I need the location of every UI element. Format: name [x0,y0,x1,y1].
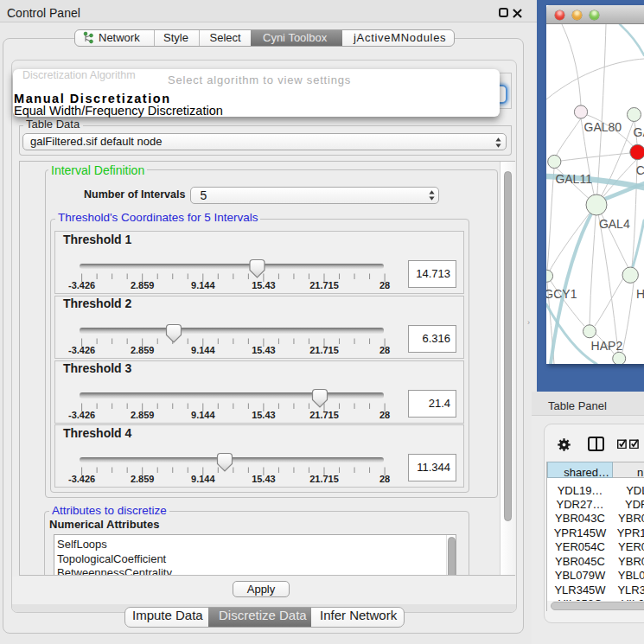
svg-text:GCY1: GCY1 [546,287,577,301]
svg-text:H: H [636,287,644,301]
svg-text:GAL4: GAL4 [599,217,630,231]
svg-text:HAP2: HAP2 [591,339,623,353]
svg-text:GAL11: GAL11 [555,172,592,186]
svg-text:GA: GA [634,125,644,139]
svg-text:GAL80: GAL80 [584,120,622,134]
svg-text:C: C [636,163,644,177]
